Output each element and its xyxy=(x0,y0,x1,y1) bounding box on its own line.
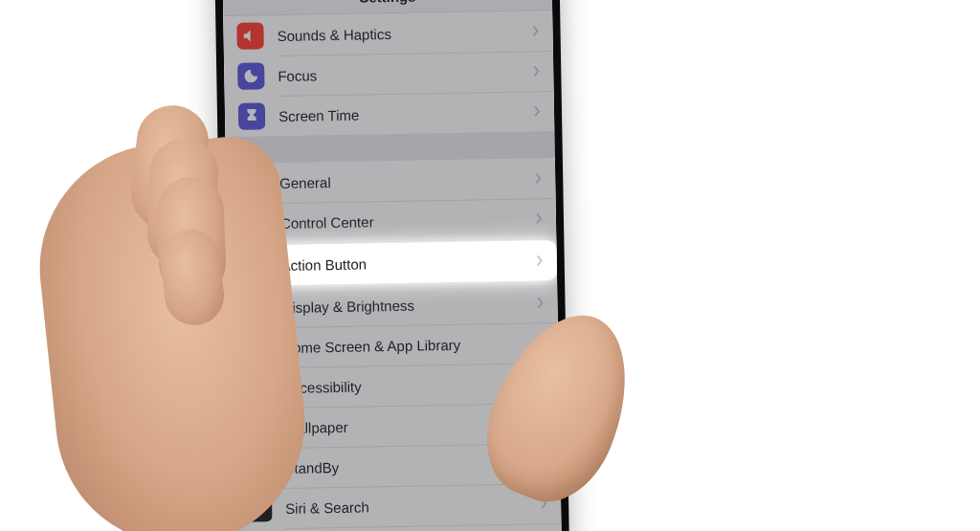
svg-line-10 xyxy=(258,302,260,304)
settings-row-wall[interactable]: Wallpaper xyxy=(230,403,560,449)
settings-row-label: Siri & Search xyxy=(285,496,526,516)
svg-line-8 xyxy=(250,302,252,304)
settings-row-label: General xyxy=(279,170,521,190)
settings-section: Sounds & HapticsFocusScreen Time xyxy=(223,11,554,137)
chevron-right-icon xyxy=(533,105,541,117)
action-icon xyxy=(241,252,268,278)
svg-rect-1 xyxy=(248,225,259,229)
settings-section: GeneralControl CenterAction ButtonDispla… xyxy=(226,158,563,531)
svg-point-18 xyxy=(256,427,259,431)
phone-screen: Settings Sounds & HapticsFocusScreen Tim… xyxy=(222,0,563,531)
chevron-right-icon xyxy=(537,337,545,348)
chevron-right-icon xyxy=(534,172,542,184)
settings-row-label: Screen Time xyxy=(278,103,520,123)
settings-row-sounds[interactable]: Sounds & Haptics xyxy=(223,11,553,56)
settings-row-label: Display & Brightness xyxy=(281,295,523,315)
svg-point-21 xyxy=(251,426,256,431)
chevron-right-icon xyxy=(536,254,544,266)
standby-icon xyxy=(244,454,271,481)
switches-icon xyxy=(240,210,267,236)
person-icon xyxy=(243,374,270,401)
siri-icon xyxy=(245,495,272,521)
svg-rect-2 xyxy=(257,259,259,271)
svg-point-20 xyxy=(256,431,260,435)
svg-point-17 xyxy=(255,384,258,387)
svg-line-11 xyxy=(250,311,252,313)
settings-row-standby[interactable]: StandBy xyxy=(231,443,561,489)
chevron-right-icon xyxy=(535,212,543,224)
chevron-right-icon xyxy=(540,498,547,509)
speaker-icon xyxy=(236,22,263,49)
svg-rect-13 xyxy=(257,342,262,346)
settings-row-label: Home Screen & App Library xyxy=(282,335,523,355)
settings-row-access[interactable]: Accessibility xyxy=(230,363,560,409)
svg-rect-24 xyxy=(258,465,264,473)
settings-row-display[interactable]: Display & Brightness xyxy=(228,282,558,328)
chevron-right-icon xyxy=(531,25,539,36)
settings-row-home[interactable]: Home Screen & App Library xyxy=(229,322,559,368)
svg-rect-23 xyxy=(252,465,257,473)
settings-row-control[interactable]: Control Center xyxy=(227,198,557,244)
settings-list: Sounds & HapticsFocusScreen TimeGeneralC… xyxy=(223,11,563,531)
flower-icon xyxy=(243,414,270,441)
chevron-right-icon xyxy=(536,297,544,308)
hourglass-icon xyxy=(238,102,265,129)
settings-row-label: Accessibility xyxy=(283,375,524,395)
settings-row-label: Focus xyxy=(278,63,519,83)
settings-row-focus[interactable]: Focus xyxy=(224,51,554,97)
svg-rect-14 xyxy=(250,349,255,354)
svg-point-3 xyxy=(252,304,257,310)
settings-row-label: Control Center xyxy=(280,210,522,231)
settings-row-action[interactable]: Action Button xyxy=(227,240,557,286)
chevron-right-icon xyxy=(539,457,546,469)
svg-rect-0 xyxy=(248,218,259,222)
svg-point-22 xyxy=(259,426,264,431)
grid-icon xyxy=(242,334,269,361)
svg-point-16 xyxy=(250,382,263,395)
settings-row-label: StandBy xyxy=(284,455,525,476)
settings-row-screen[interactable]: Screen Time xyxy=(225,91,555,137)
phone-frame: Settings Sounds & HapticsFocusScreen Tim… xyxy=(214,0,570,531)
chevron-right-icon xyxy=(532,65,540,77)
chevron-right-icon xyxy=(539,417,546,429)
chevron-right-icon xyxy=(538,377,546,388)
sun-icon xyxy=(241,294,268,321)
svg-rect-12 xyxy=(249,342,254,346)
settings-row-label: Wallpaper xyxy=(284,415,525,435)
moon-icon xyxy=(237,62,264,89)
svg-point-19 xyxy=(255,422,259,427)
settings-row-siri[interactable]: Siri & Search xyxy=(232,483,562,529)
settings-row-general[interactable]: General xyxy=(226,158,556,204)
settings-row-label: Sounds & Haptics xyxy=(277,23,518,43)
svg-line-9 xyxy=(258,311,260,313)
gear-icon xyxy=(239,169,266,196)
svg-point-25 xyxy=(252,502,265,516)
settings-row-label: Action Button xyxy=(281,253,523,273)
svg-rect-15 xyxy=(257,349,262,354)
